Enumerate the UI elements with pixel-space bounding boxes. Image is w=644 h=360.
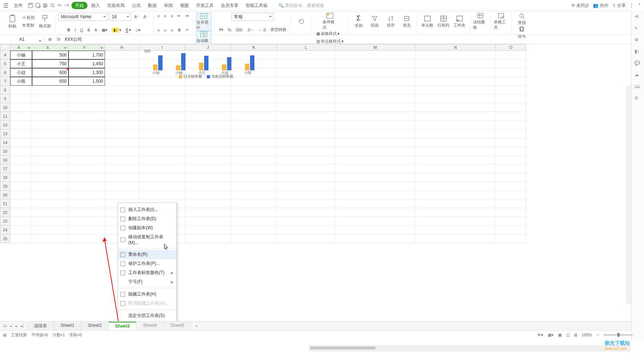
cell[interactable] [496,112,526,121]
cell[interactable] [32,94,69,103]
cell[interactable] [231,156,277,164]
cell[interactable] [139,182,185,191]
cell[interactable] [415,191,496,199]
cell[interactable] [69,103,105,112]
cell[interactable] [415,138,496,147]
cell[interactable] [231,94,277,103]
cell[interactable] [105,191,139,199]
formula-input[interactable]: XXX公司 [65,36,82,43]
cancel-icon[interactable]: ⊗ [47,36,53,42]
table-tool-button[interactable]: 表格工具 [494,13,508,30]
cell[interactable] [277,217,335,226]
cell[interactable] [105,103,139,112]
cell[interactable] [32,138,69,147]
cell[interactable] [10,129,32,138]
cell[interactable] [231,129,277,138]
copy-button[interactable]: ⧉ 复制 [21,22,36,29]
cell[interactable] [277,234,335,243]
cell[interactable] [69,164,105,173]
data-cell[interactable]: 1,300 [69,68,105,77]
cell[interactable] [277,51,335,59]
cell[interactable] [185,182,231,191]
zoom-out-icon[interactable]: ─ [596,333,599,337]
cell[interactable] [139,103,185,112]
cell[interactable] [496,68,526,77]
cell[interactable] [139,164,185,173]
cell[interactable] [415,226,496,234]
context-menu-item[interactable]: 删除工作表(D) [118,214,176,223]
paste-button[interactable]: 粘贴 [5,13,20,30]
cell[interactable] [415,121,496,129]
cell[interactable] [496,234,526,243]
cell[interactable] [335,94,415,103]
cell[interactable] [277,86,335,94]
cell[interactable] [335,103,415,112]
context-menu-item[interactable]: 创建副本(W) [118,223,176,232]
row-header[interactable]: 10 [0,103,10,112]
cell[interactable] [32,86,69,94]
collapse-ribbon-icon[interactable]: ⌃ [637,3,641,8]
thousands-icon[interactable]: 000 [234,27,244,33]
decrease-decimal-icon[interactable]: ←.0 [257,27,267,33]
align-right-icon[interactable]: ≡ [169,27,175,33]
cell[interactable] [32,191,69,199]
cell[interactable] [10,147,32,156]
cell[interactable] [185,94,231,103]
menu-tab[interactable]: 智能工具箱 [242,2,271,9]
cell[interactable] [496,164,526,173]
more-icon[interactable]: ⋮ [629,3,634,8]
cell[interactable] [10,94,32,103]
sheet-tab[interactable]: Sheet3 [109,322,136,330]
cell[interactable] [415,164,496,173]
cell[interactable] [415,59,496,68]
cell[interactable] [185,234,231,243]
bold-button[interactable]: B [66,27,72,33]
select-all-corner[interactable] [0,44,10,51]
menu-tab[interactable]: 审阅 [160,2,176,9]
merge-center-button[interactable]: 合并居中 [196,13,211,31]
cell[interactable] [231,199,277,208]
row-header[interactable]: 12 [0,121,10,129]
cell[interactable] [496,173,526,182]
cell[interactable] [415,208,496,217]
cell[interactable] [231,217,277,226]
row-header[interactable]: 13 [0,129,10,138]
expand-panel-icon[interactable]: ≪ [635,14,641,20]
zoom-value[interactable]: 100% [582,333,592,337]
cell[interactable] [277,59,335,68]
row-header[interactable]: 14 [0,138,10,147]
cell[interactable] [69,94,105,103]
sync-status[interactable]: ⟳ 未同步 [571,3,589,9]
cell[interactable] [10,234,32,243]
cell[interactable] [69,129,105,138]
font-size-select[interactable]: 16 [109,13,131,21]
data-cell[interactable]: 500 [32,51,69,59]
cell[interactable] [277,208,335,217]
cell[interactable] [415,68,496,77]
cell[interactable] [10,208,32,217]
cond-format-button[interactable]: 条件格式 [323,13,337,30]
cell[interactable] [69,234,105,243]
cell[interactable] [415,129,496,138]
data-cell[interactable]: 650 [32,77,69,86]
column-header[interactable]: A [10,44,32,51]
cell[interactable] [496,94,526,103]
strike-button[interactable]: S [86,27,91,33]
cell[interactable] [496,129,526,138]
data-cell[interactable]: 600 [32,68,69,77]
align-left-icon[interactable]: ≡ [156,27,161,33]
context-menu-item[interactable]: 字号(F)▶ [118,277,176,286]
cell[interactable] [185,208,231,217]
cell[interactable] [105,112,139,121]
tab-next-icon[interactable]: ▸ [14,324,19,328]
cell[interactable] [415,51,496,59]
cell[interactable] [496,86,526,94]
cell[interactable] [105,138,139,147]
cell-button[interactable]: 单元格 [420,13,435,30]
cell[interactable] [10,173,32,182]
cell[interactable] [277,191,335,199]
share-button[interactable]: ⇪ 分享 [612,3,626,9]
cell[interactable] [335,51,415,59]
format-painter-button[interactable]: 格式刷 [38,13,52,30]
row-header[interactable]: 19 [0,182,10,191]
